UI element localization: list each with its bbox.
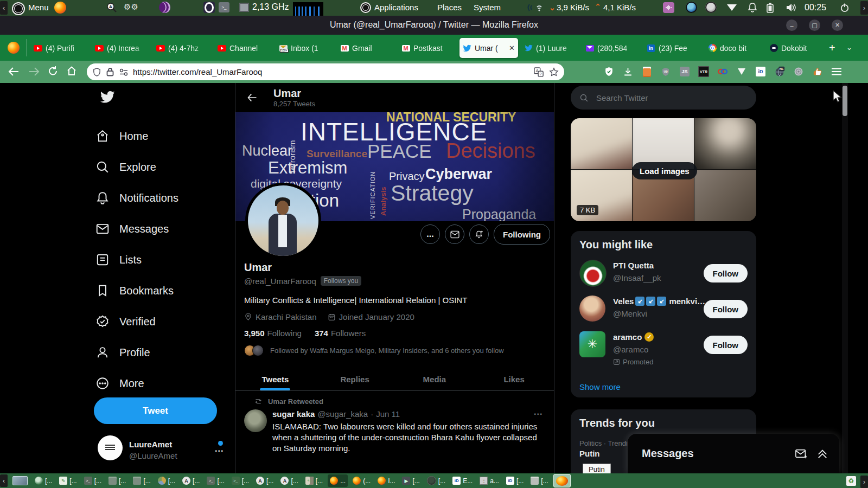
taskbar-window[interactable]: [... <box>425 474 448 487</box>
permissions-icon[interactable] <box>119 68 129 76</box>
notify-button[interactable] <box>469 224 489 244</box>
sidebar-item-explore[interactable]: Explore <box>95 153 156 181</box>
panel-collapse-right-icon[interactable]: › <box>860 1 868 15</box>
taskbar-window[interactable]: +=[... <box>303 474 325 487</box>
taskbar-window[interactable]: A[... <box>278 474 300 487</box>
home-button[interactable] <box>66 66 77 76</box>
profile-avatar[interactable] <box>245 183 321 259</box>
extension-ublock-icon[interactable]: U0 <box>659 65 673 79</box>
extension-id-icon[interactable]: iD <box>754 65 768 79</box>
tab-mail[interactable]: (280,584 <box>582 38 641 58</box>
taskbar-expand-icon[interactable]: › <box>860 476 868 488</box>
following-label[interactable]: Following <box>267 329 302 338</box>
firefox-titlebar[interactable]: Umar (@real_UmarFarooq) / Twitter — Mozi… <box>0 16 868 35</box>
applications-menu[interactable]: Applications <box>374 3 418 12</box>
suggestion-row[interactable]: Veles ↙ ↙ ↙ menkvi… @Menkvi Follow <box>571 292 756 328</box>
extension-thumb-icon[interactable] <box>810 65 825 79</box>
sidebar-item-profile[interactable]: Profile <box>95 339 150 366</box>
taskbar-window[interactable]: [... <box>131 474 152 487</box>
following-count[interactable]: 3,950 <box>244 329 265 338</box>
account-name[interactable]: LuureAmet <box>129 440 172 449</box>
taskbar-window[interactable]: >_[... <box>229 474 251 487</box>
system-menu[interactable]: System <box>474 3 501 12</box>
sidebar-item-notifications[interactable]: Notifications <box>95 184 178 211</box>
battery-icon[interactable] <box>767 3 774 13</box>
tab-google[interactable]: doco bit <box>705 38 763 58</box>
photo-thumb[interactable] <box>633 118 694 169</box>
retweet-context[interactable]: Umar Retweeted <box>254 397 323 406</box>
tab-gmail[interactable]: MGmail <box>337 38 395 58</box>
taskbar-window[interactable]: A[... <box>180 474 202 487</box>
tweet-text[interactable]: ISLAMABAD: Two labourers were killed and… <box>272 421 544 454</box>
search-input[interactable] <box>595 93 727 103</box>
suggestion-avatar[interactable] <box>579 260 607 287</box>
minimize-button[interactable]: – <box>786 20 797 31</box>
back-button[interactable] <box>8 66 20 77</box>
back-arrow-icon[interactable] <box>243 88 261 107</box>
tab-replies[interactable]: Replies <box>315 368 395 390</box>
tweet-handle[interactable]: @sugar_kaka <box>317 409 368 419</box>
new-message-icon[interactable] <box>795 448 808 460</box>
menu-hamburger-icon[interactable] <box>829 65 844 79</box>
tab-dokobit[interactable]: Dokobit <box>766 38 825 58</box>
profile-more-button[interactable]: ... <box>420 224 440 244</box>
suggestion-row[interactable]: PTI Quetta @Insaaf__pk Follow <box>571 256 756 292</box>
volume-icon[interactable] <box>786 3 796 12</box>
sidebar-item-messages[interactable]: Messages <box>95 215 169 242</box>
account-avatar[interactable] <box>98 435 123 460</box>
taskbar-window[interactable]: >_[... <box>82 474 104 487</box>
extension-notes-icon[interactable] <box>640 65 654 79</box>
taskbar-window[interactable]: [... <box>528 474 550 487</box>
taskbar-window-firefox[interactable]: ... <box>328 474 348 487</box>
suggestion-avatar[interactable]: ✳ <box>579 331 605 357</box>
taskbar-window[interactable]: A[... <box>254 474 276 487</box>
close-button[interactable]: ✕ <box>832 20 843 31</box>
suggestion-name[interactable]: PTI Quetta <box>613 261 654 270</box>
taskbar-window[interactable]: iD[... <box>504 474 526 487</box>
trash-icon[interactable]: ♻ <box>846 476 856 486</box>
follow-button[interactable]: Follow <box>704 336 748 354</box>
network-signal-icon[interactable] <box>525 2 547 13</box>
tab-postkast[interactable]: MPostkast <box>398 38 457 58</box>
firefox-launcher-icon[interactable] <box>54 2 66 14</box>
pulse-app-icon[interactable] <box>159 2 170 13</box>
taskbar-window[interactable]: ⋮a... <box>477 474 501 487</box>
sidebar-item-verified[interactable]: Verified <box>95 308 156 335</box>
tab-tweets[interactable]: Tweets <box>235 368 315 390</box>
photo-grid[interactable]: Load images 7 KB <box>571 118 756 221</box>
tweet-more-icon[interactable]: ... <box>534 407 542 417</box>
photo-thumb[interactable] <box>571 118 632 169</box>
taskbar-window[interactable]: iDE... <box>450 474 475 487</box>
taskbar-collapse-icon[interactable]: ‹ <box>0 474 8 487</box>
tab-media[interactable]: Media <box>395 368 475 390</box>
search-bar[interactable] <box>571 86 756 110</box>
tab-likes[interactable]: Likes <box>474 368 554 390</box>
clock[interactable]: 00:25 <box>805 3 826 12</box>
follow-button[interactable]: Follow <box>704 264 748 282</box>
tab-youtube-2[interactable]: (4) Increa <box>92 38 150 58</box>
taskbar-window[interactable]: [... <box>106 474 128 487</box>
places-menu[interactable]: Places <box>437 3 462 12</box>
extension-triangle-icon[interactable] <box>735 65 749 79</box>
url-text[interactable]: https://twitter.com/real_UmarFarooq <box>133 67 534 76</box>
indicator-triangle-icon[interactable] <box>727 4 737 11</box>
applications-menu-icon[interactable] <box>360 2 371 13</box>
bookmark-star-icon[interactable] <box>549 67 559 77</box>
extension-download-icon[interactable] <box>621 65 635 79</box>
globe-tray-icon[interactable] <box>686 2 697 13</box>
new-tab-button[interactable]: + <box>829 42 835 54</box>
audio-mixer-tray-icon[interactable] <box>663 2 674 13</box>
tab-linkedin[interactable]: in(23) Fee <box>643 38 702 58</box>
taskbar-window-firefox[interactable]: I... <box>375 474 397 487</box>
sidebar-item-home[interactable]: Home <box>95 123 148 150</box>
tab-youtube-1[interactable]: (4) Purifi <box>30 38 89 58</box>
tab-list-dropdown-icon[interactable]: ⌄ <box>846 43 852 52</box>
taskbar-window-desktop[interactable] <box>10 474 30 487</box>
expand-drawer-icon[interactable] <box>816 448 828 459</box>
taskbar-window[interactable]: ✎[... <box>57 474 79 487</box>
following-button[interactable]: Following <box>494 224 550 245</box>
page-scrollbar[interactable] <box>842 83 848 473</box>
panel-collapse-left-icon[interactable]: ‹ <box>0 1 8 15</box>
extension-links-icon[interactable] <box>716 65 730 79</box>
photo-thumb[interactable] <box>694 170 756 221</box>
